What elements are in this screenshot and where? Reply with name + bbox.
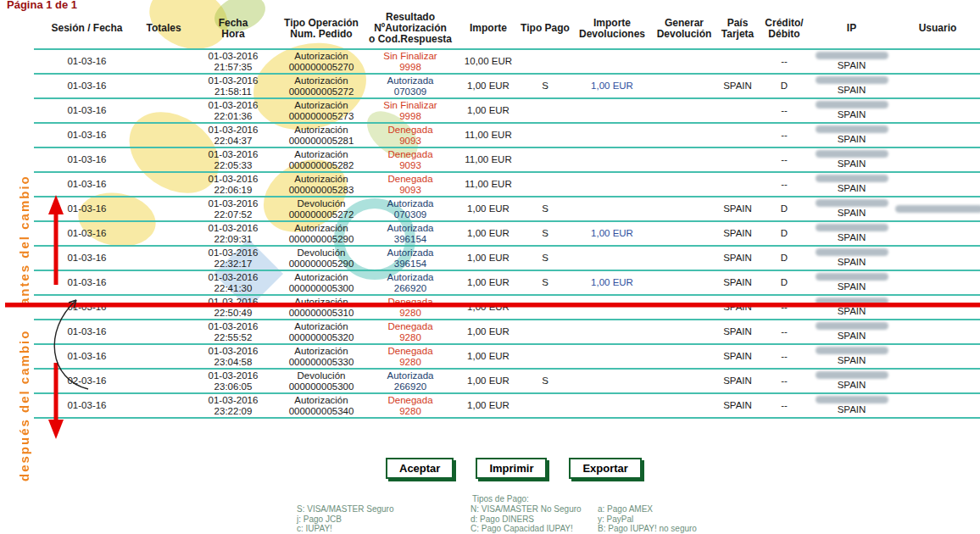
cell-importe-devoluciones[interactable] xyxy=(571,49,654,74)
ip-redaction xyxy=(816,322,888,330)
cell-tipo-pago: S xyxy=(520,246,571,270)
cell-importe-devoluciones[interactable]: 1,00 EUR xyxy=(571,221,654,246)
cell-importe-devoluciones[interactable] xyxy=(571,393,654,418)
cell-importe-devoluciones[interactable] xyxy=(571,344,654,369)
cell-fecha-hora: 01-03-2016 22:55:52 xyxy=(187,320,279,344)
cell-generar-devolucion xyxy=(654,123,715,147)
ip-country: SPAIN xyxy=(808,85,895,96)
cell-fecha-hora: 01-03-2016 23:06:05 xyxy=(187,369,279,393)
table-row: 01-03-16 01-03-2016 22:55:52 Autorizació… xyxy=(34,320,980,344)
resultado-value: Denegada xyxy=(364,395,457,406)
cell-resultado: Autorizada 070309 xyxy=(364,197,457,221)
num-pedido-value: 000000005300 xyxy=(279,283,364,294)
cell-tipo-pago: S xyxy=(520,369,571,393)
ip-redaction xyxy=(816,76,888,84)
column-header: IP xyxy=(808,10,895,49)
hora-value: 22:55:52 xyxy=(187,332,279,343)
cell-ip: SPAIN xyxy=(808,320,895,344)
num-pedido-value: 000000005272 xyxy=(279,86,364,97)
hora-value: 22:32:17 xyxy=(187,259,279,270)
annotation-after-label: después del cambio xyxy=(17,307,31,481)
table-row: 01-03-16 01-03-2016 22:01:36 Autorizació… xyxy=(34,98,980,123)
codigo-respuesta-value: 9998 xyxy=(364,62,457,73)
cell-credito-debito: -- xyxy=(760,295,808,320)
fecha-value: 01-03-2016 xyxy=(187,125,279,136)
fecha-value: 01-03-2016 xyxy=(187,346,279,357)
cell-credito-debito: -- xyxy=(760,98,808,123)
fecha-value: 01-03-2016 xyxy=(187,174,279,185)
cell-session: 01-03-16 xyxy=(34,98,140,123)
ip-redaction xyxy=(816,371,888,379)
cell-importe-devoluciones[interactable] xyxy=(571,295,654,320)
cell-generar-devolucion xyxy=(654,221,715,246)
cell-operacion: Autorización 000000005281 xyxy=(279,123,364,147)
fecha-value: 01-03-2016 xyxy=(187,272,279,283)
resultado-value: Autorizada xyxy=(364,223,457,234)
cell-tipo-pago xyxy=(520,320,571,344)
cell-credito-debito: D xyxy=(760,221,808,246)
cell-importe: 1,00 EUR xyxy=(457,74,520,98)
fecha-value: 01-03-2016 xyxy=(187,100,279,111)
cell-totales xyxy=(140,172,187,197)
cell-session: 01-03-16 xyxy=(34,246,140,270)
num-pedido-value: 000000005330 xyxy=(279,357,364,368)
tipo-operacion-value: Autorización xyxy=(279,223,364,234)
cell-totales xyxy=(140,369,187,393)
codigo-respuesta-value: 9093 xyxy=(364,160,457,171)
cell-importe-devoluciones[interactable]: 1,00 EUR xyxy=(571,74,654,98)
legend-item: a: Pago AMEX xyxy=(598,504,697,515)
cell-usuario xyxy=(895,221,980,246)
cell-totales xyxy=(140,74,187,98)
cell-totales xyxy=(140,49,187,74)
num-pedido-value: 000000005282 xyxy=(279,160,364,171)
tipo-operacion-value: Autorización xyxy=(279,51,364,62)
hora-value: 22:09:31 xyxy=(187,234,279,245)
cell-importe-devoluciones[interactable] xyxy=(571,246,654,270)
cell-importe-devoluciones[interactable] xyxy=(571,369,654,393)
cell-importe-devoluciones[interactable] xyxy=(571,197,654,221)
cell-pais-tarjeta: SPAIN xyxy=(715,74,760,98)
cell-importe-devoluciones[interactable] xyxy=(571,172,654,197)
codigo-respuesta-value: 070309 xyxy=(364,86,457,97)
cell-operacion: Autorización 000000005320 xyxy=(279,320,364,344)
cell-operacion: Autorización 000000005273 xyxy=(279,98,364,123)
ip-redaction xyxy=(816,175,888,182)
exportar-button[interactable]: Exportar xyxy=(569,458,641,479)
column-header: Sesión / Fecha xyxy=(34,10,140,49)
cell-importe: 1,00 EUR xyxy=(457,270,520,295)
cell-operacion: Autorización 000000005272 xyxy=(279,74,364,98)
cell-operacion: Autorización 000000005283 xyxy=(279,172,364,197)
cell-usuario xyxy=(895,393,980,418)
imprimir-button[interactable]: Imprimir xyxy=(476,458,547,479)
hora-value: 22:05:33 xyxy=(187,160,279,171)
hora-value: 23:04:58 xyxy=(187,357,279,368)
table-row: 01-03-16 01-03-2016 22:04:37 Autorizació… xyxy=(34,123,980,147)
cell-totales xyxy=(140,197,187,221)
ip-country: SPAIN xyxy=(808,134,895,145)
cell-importe-devoluciones[interactable] xyxy=(571,98,654,123)
hora-value: 22:07:52 xyxy=(187,209,279,220)
hora-value: 21:57:35 xyxy=(187,62,279,73)
num-pedido-value: 000000005290 xyxy=(279,234,364,245)
num-pedido-value: 000000005310 xyxy=(279,308,364,319)
cell-generar-devolucion xyxy=(654,98,715,123)
cell-importe: 1,00 EUR xyxy=(457,295,520,320)
num-pedido-value: 000000005290 xyxy=(279,259,364,270)
table-header-row: Sesión / FechaTotalesFechaHoraTipo Opera… xyxy=(34,10,980,49)
cell-operacion: Autorización 000000005290 xyxy=(279,221,364,246)
cell-importe: 1,00 EUR xyxy=(457,344,520,369)
cell-fecha-hora: 01-03-2016 22:01:36 xyxy=(187,98,279,123)
cell-resultado: Autorizada 070309 xyxy=(364,74,457,98)
cell-importe-devoluciones[interactable] xyxy=(571,147,654,172)
fecha-value: 01-03-2016 xyxy=(187,248,279,259)
cell-importe-devoluciones[interactable] xyxy=(571,123,654,147)
ip-country: SPAIN xyxy=(808,183,895,194)
cell-usuario xyxy=(895,344,980,369)
cell-importe-devoluciones[interactable]: 1,00 EUR xyxy=(571,270,654,295)
aceptar-button[interactable]: Aceptar xyxy=(386,458,454,479)
cell-importe-devoluciones[interactable] xyxy=(571,320,654,344)
cell-fecha-hora: 01-03-2016 21:57:35 xyxy=(187,49,279,74)
cell-tipo-pago xyxy=(520,49,571,74)
resultado-value: Denegada xyxy=(364,321,457,332)
tipo-operacion-value: Autorización xyxy=(279,297,364,308)
